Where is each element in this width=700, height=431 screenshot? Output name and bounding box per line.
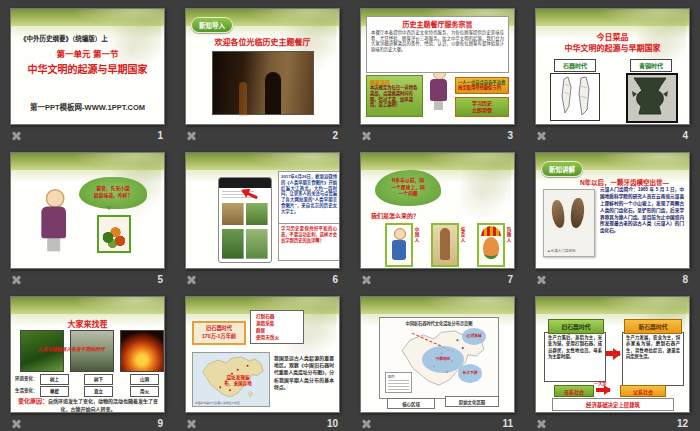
figure-label: 埃及人 — [459, 227, 465, 244]
slide-thumbnail-8[interactable]: 新知讲解 N年以后，一颗牙齿横空出世— ▲元谋人门齿化石 元谋人门齿简介：196… — [535, 152, 690, 269]
env-box-cave: 山洞 — [130, 374, 159, 385]
slide-cell-2: 新知导入 欢迎各位光临历史主题餐厅 2 — [175, 0, 350, 144]
paleolithic-era-box: 旧石器时代 170万-1万年前 — [192, 321, 246, 345]
china-sites-map: 遗址发现遍 布、全国各地 中国旧石器时代重要人类遗址分布图 — [192, 352, 270, 407]
course-series-text: 《中外历史纲要》（统编版）上 — [20, 33, 108, 43]
bubble-line-2: 尝尝味道，咋样？ — [79, 193, 147, 200]
slide-thumbnail-7[interactable]: N多年以前，同 一个星球上，同 一个问题 我们是怎么来的？ 中国人 埃及人 玛雅… — [360, 152, 515, 269]
yuanmou-description: 元谋人门齿简介：1965 年 5 月 1 日，中国地质科学院的研究人员在云南省元… — [600, 187, 684, 235]
slide-number: 4 — [682, 130, 688, 141]
service-principle-body: 本餐厅本着提供中西历史文化特色服务，为各位顾客提供历史美味佳肴、烹饪经验、顾客评… — [367, 29, 508, 53]
thumbnail-meta-9: 9 — [10, 413, 165, 431]
matriarchal-society-box: 母系社会 — [554, 385, 594, 397]
thumbnail-meta-11: 11 — [360, 413, 515, 431]
bronze-age-label: 青铜时代 — [630, 59, 672, 72]
env-box-tree-bottom: 树下 — [84, 374, 113, 385]
slide-number: 5 — [157, 274, 163, 285]
lesson-title: 中华文明的起源与早期国家 — [11, 61, 164, 76]
dish-photo — [97, 215, 131, 253]
patriarchal-society-box: 父系社会 — [620, 385, 666, 397]
figures-row: 中国人 埃及人 玛雅人 — [385, 223, 505, 267]
lesson-paragraph: 学习历史要保持好平和的心态，不要急功近利，这样才会真学到历史的真谛啊！ — [278, 223, 340, 261]
life-box-climb: 攀援 — [40, 386, 69, 397]
slide-number: 10 — [327, 418, 338, 429]
transition-icon[interactable] — [186, 131, 196, 141]
menu-title: 今日菜品 — [536, 31, 689, 42]
cta-line-2: 立即用餐 — [456, 107, 508, 114]
neolithic-details: 生产力发展，农业为主，饲养家畜为辅，磨制石器产生，男性地位提高，逐渐走向定居生活… — [622, 332, 684, 386]
slide-thumbnail-1[interactable]: 《中外历史纲要》（统编版）上 第一单元 第一节 中华文明的起源与早期国家 第一P… — [10, 8, 165, 125]
unit-subtitle: 第一单元 第一节 — [11, 47, 164, 59]
speech-bubble: N多年以前，同 一个星球上，同 一个问题 — [375, 170, 441, 206]
slide-cell-10: 旧石器时代 170万-1万年前 打制石器 渔猎采集 群居 使用天然火 — [175, 288, 350, 431]
egyptian-figure-card: 埃及人 — [431, 223, 459, 267]
service-principle-title: 历史主题餐厅服务宗旨 — [367, 19, 508, 29]
change-reason-text: 自然环境发生了变化，动物的活动也随着发生了变化，古猿开始向人转变。 — [48, 398, 158, 412]
customer-notice-title: 顾客须知 — [370, 78, 419, 85]
legend-title: 图例 — [388, 375, 394, 379]
transition-icon[interactable] — [186, 275, 196, 285]
slide-thumbnail-4[interactable]: 今日菜品 中华文明的起源与早期国家 石器时代 青铜时代 — [535, 8, 690, 125]
paleolithic-header: 旧石器时代 — [548, 319, 604, 334]
thumbnail-meta-12: 12 — [535, 413, 690, 431]
region-label: 中原地区 — [435, 357, 450, 362]
transition-icon[interactable] — [361, 131, 371, 141]
call-to-action-box: 学习历史 立即用餐 — [455, 97, 509, 117]
environment-change-label: 环境变化： — [15, 375, 38, 381]
section-badge: 新知导入 — [191, 17, 233, 33]
region-label: 长江下游 — [462, 371, 477, 376]
map-title: 中国新石器时代文化遗址分布示意图 — [380, 320, 498, 326]
bubble-line-3: 一个问题 — [375, 191, 441, 198]
slide-number: 6 — [332, 274, 338, 285]
feature-1: 打制石器 — [256, 313, 298, 320]
neolithic-sites-map: 中国新石器时代文化遗址分布示意图 辽河流域 中原地区 — [379, 317, 499, 399]
transition-icon[interactable] — [536, 131, 546, 141]
speech-bubble: 客官，先来小菜 尝尝味道，咋样？ — [79, 177, 147, 209]
slide-cell-9: 大家来找茬 人类与猿猴进入各自不同的时代 环境变化： 树上 树下 山洞 生活变化… — [0, 288, 175, 431]
change-reason-label: 变化原因： — [18, 398, 48, 404]
service-principle-box: 历史主题餐厅服务宗旨 本餐厅本着提供中西历史文化特色服务，为各位顾客提供历史美味… — [366, 16, 509, 73]
slide-thumbnail-12[interactable]: 旧石器时代 新石器时代 生产力落后，渔猎为主，采集为辅，使用打制石器，成员群居，… — [535, 296, 690, 413]
transition-icon[interactable] — [11, 275, 21, 285]
slide-cell-5: 客官，先来小菜 尝尝味道，咋样？ 5 — [0, 144, 175, 288]
transition-icon[interactable] — [186, 419, 196, 429]
era-name: 旧石器时代 — [194, 325, 244, 333]
transition-icon[interactable] — [361, 275, 371, 285]
header-band-decoration — [186, 153, 339, 170]
thumbnail-meta-6: 6 — [185, 269, 340, 288]
transition-icon[interactable] — [11, 131, 21, 141]
life-box-fire: 用火 — [130, 386, 159, 397]
dining-rules-box: 一人一桌自点自选不浪费 按需取用坚持勤俭节约 — [455, 77, 509, 94]
slide-thumbnail-10[interactable]: 旧石器时代 170万-1万年前 打制石器 渔猎采集 群居 使用天然火 — [185, 296, 340, 413]
fire-photo — [120, 330, 164, 372]
slide-number: 12 — [677, 418, 688, 429]
feature-4: 使用天然火 — [256, 334, 298, 341]
slide-thumbnail-11[interactable]: 中国新石器时代文化遗址分布示意图 辽河流域 中原地区 — [360, 296, 515, 413]
transition-icon[interactable] — [11, 419, 21, 429]
slide-number: 3 — [507, 130, 513, 141]
slide-cell-3: 历史主题餐厅服务宗旨 本餐厅本着提供中西历史文化特色服务，为各位顾客提供历史美味… — [350, 0, 525, 144]
slide-thumbnail-5[interactable]: 客官，先来小菜 尝尝味道，咋样？ — [10, 152, 165, 269]
map-note-line-1: 遗址发现遍 — [227, 375, 250, 380]
stone-tools-svg — [551, 74, 597, 118]
era-time-range: 170万-1万年前 — [194, 333, 244, 341]
slide-thumbnail-6[interactable]: 2017年6月26日，据新浪微博的《人类早期美食图片》开始红遍大江南北。大约一周… — [185, 152, 340, 269]
slide-thumbnail-3[interactable]: 历史主题餐厅服务宗旨 本餐厅本着提供中西历史文化特色服务，为各位顾客提供历史美味… — [360, 8, 515, 125]
transition-icon[interactable] — [536, 275, 546, 285]
restaurant-photo — [212, 51, 314, 115]
slide-thumbnail-2[interactable]: 新知导入 欢迎各位光临历史主题餐厅 — [185, 8, 340, 125]
bubble-line-1: 客官，先来小菜 — [79, 186, 147, 193]
slide-thumbnail-9[interactable]: 大家来找茬 人类与猿猴进入各自不同的时代 环境变化： 树上 树下 山洞 生活变化… — [10, 296, 165, 413]
transition-icon[interactable] — [361, 419, 371, 429]
thumbnail-meta-7: 7 — [360, 269, 515, 288]
template-credit: 第一PPT模板网-WWW.1PPT.COM — [11, 101, 164, 112]
thumbnail-meta-3: 3 — [360, 125, 515, 144]
origin-question: 我们是怎么来的？ — [371, 211, 419, 220]
watermark-texture — [461, 155, 511, 219]
analysis-prompt: 我国是远古人类起源的重要地区。观察《中国旧石器时代重要人类遗址分布图》，分析我国… — [274, 355, 334, 391]
transition-icon[interactable] — [536, 419, 546, 429]
header-band-decoration — [361, 297, 514, 314]
region-ellipse-yangtze: 长江下游 — [458, 364, 482, 383]
thumbnail-meta-2: 2 — [185, 125, 340, 144]
slide-number: 7 — [507, 274, 513, 285]
